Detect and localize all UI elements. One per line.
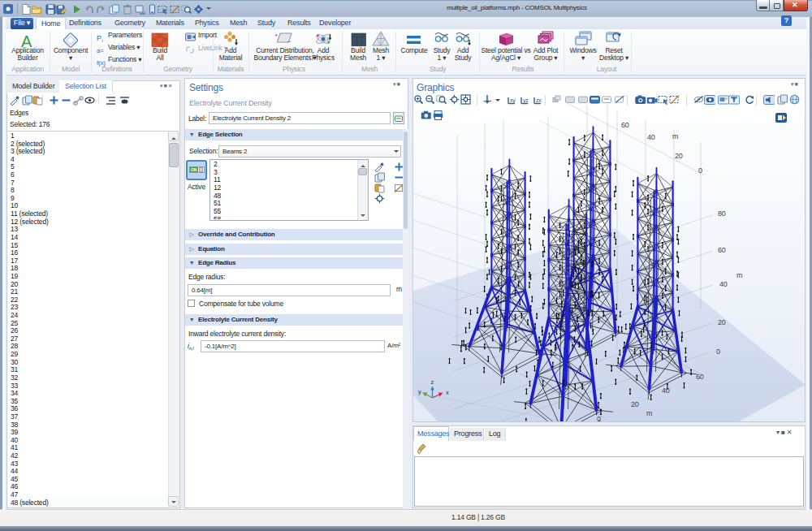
svg-text:−: − — [287, 38, 292, 45]
svg-text:+: + — [274, 32, 279, 39]
svg-text:a=: a= — [97, 47, 104, 54]
svg-text:xy: xy — [510, 97, 516, 104]
svg-text:zx: zx — [536, 97, 542, 103]
svg-text:i: i — [102, 38, 103, 43]
svg-text:P: P — [97, 34, 102, 42]
svg-text:yz: yz — [523, 97, 529, 104]
svg-text:f(x): f(x) — [97, 59, 106, 67]
